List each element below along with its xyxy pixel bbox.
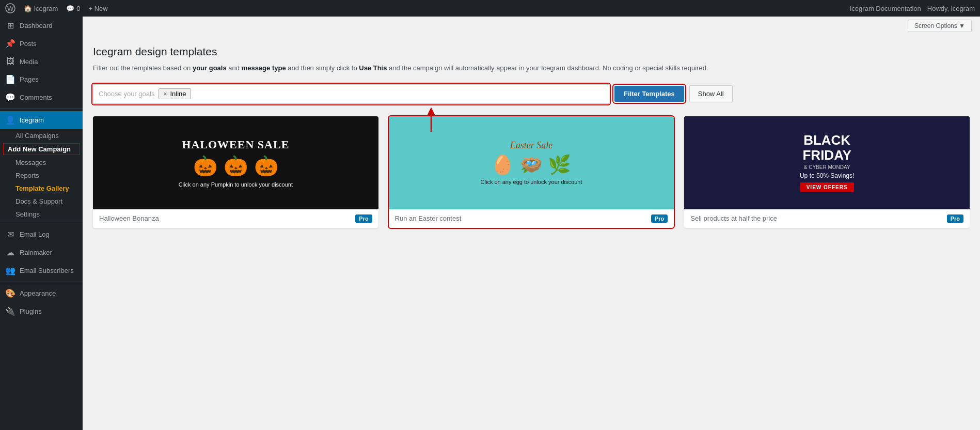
template-footer-halloween: Halloween Bonanza Pro	[93, 209, 378, 228]
topbar-left: W 🏠 icegram 💬 0 + New	[5, 3, 108, 13]
sidebar-item-dashboard[interactable]: ⊞ Dashboard	[0, 17, 83, 35]
wp-logo[interactable]: W	[5, 3, 15, 13]
screen-options-button[interactable]: Screen Options ▼	[908, 20, 972, 32]
template-footer-easter: Run an Easter contest Pro	[389, 209, 674, 228]
sidebar-item-posts[interactable]: 📌 Posts	[0, 35, 83, 53]
template-image-easter: Easter Sale 🥚 🪺 🌿 Click on any egg to un…	[389, 116, 674, 209]
egg-3: 🌿	[548, 154, 571, 176]
template-grid: HALOWEEN SALE 🎃 🎃 🎃 Click on any Pumpkin…	[93, 116, 970, 228]
sidebar-item-icegram[interactable]: 👤 Icegram	[0, 111, 83, 129]
pumpkin-1: 🎃	[193, 155, 217, 177]
dashboard-icon: ⊞	[5, 21, 15, 30]
pages-icon: 📄	[5, 74, 15, 84]
page-title: Icegram design templates	[93, 45, 970, 58]
main-content: Screen Options ▼ Icegram design template…	[83, 17, 980, 430]
sidebar-item-reports[interactable]: Reports	[0, 169, 83, 182]
comments-nav-icon: 💬	[5, 93, 15, 102]
posts-icon: 📌	[5, 39, 15, 49]
template-card-easter[interactable]: Easter Sale 🥚 🪺 🌿 Click on any egg to un…	[389, 116, 674, 228]
filter-bar: Choose your goals × Inline Filter Templa…	[93, 84, 970, 104]
pumpkin-3: 🎃	[254, 155, 278, 177]
template-image-blackfriday: BLACKFRIDAY & CYBER MONDAY Up to 50% Sav…	[684, 116, 970, 209]
doc-link[interactable]: Icegram Documentation	[850, 5, 921, 12]
filter-templates-button[interactable]: Filter Templates	[614, 86, 684, 102]
sidebar-item-all-campaigns[interactable]: All Campaigns	[0, 129, 83, 142]
plugins-icon: 🔌	[5, 306, 15, 316]
sidebar-item-email-log[interactable]: ✉ Email Log	[0, 225, 83, 243]
content-area: Icegram design templates Filter out the …	[83, 35, 980, 238]
sidebar-item-messages[interactable]: Messages	[0, 156, 83, 169]
site-home-link[interactable]: 🏠 icegram	[24, 5, 58, 12]
topbar: W 🏠 icegram 💬 0 + New Icegram Documentat…	[0, 0, 980, 17]
sidebar-item-settings[interactable]: Settings	[0, 208, 83, 221]
sidebar: ⊞ Dashboard 📌 Posts 🖼 Media 📄 Pages 💬 Co…	[0, 17, 83, 430]
new-link[interactable]: + New	[88, 5, 107, 12]
add-new-campaign-wrap: Add New Campaign	[0, 143, 83, 155]
screen-options-bar: Screen Options ▼	[83, 17, 980, 35]
sidebar-item-media[interactable]: 🖼 Media	[0, 53, 83, 70]
template-card-halloween[interactable]: HALOWEEN SALE 🎃 🎃 🎃 Click on any Pumpkin…	[93, 116, 378, 228]
show-all-button[interactable]: Show All	[689, 85, 733, 102]
template-name-halloween: Halloween Bonanza	[99, 214, 159, 222]
egg-1: 🥚	[491, 154, 514, 176]
svg-text:W: W	[7, 5, 14, 12]
sidebar-item-docs-support[interactable]: Docs & Support	[0, 195, 83, 208]
template-name-blackfriday: Sell products at half the price	[690, 214, 777, 222]
sidebar-item-rainmaker[interactable]: ☁ Rainmaker	[0, 243, 83, 262]
comments-icon: 💬	[66, 5, 74, 12]
howdy-user[interactable]: Howdy, icegram	[927, 5, 975, 12]
sidebar-divider-2	[0, 223, 83, 223]
template-name-easter: Run an Easter contest	[395, 214, 462, 222]
icegram-icon: 👤	[5, 115, 15, 125]
sidebar-item-template-gallery[interactable]: Template Gallery	[0, 182, 83, 195]
sidebar-divider-1	[0, 109, 83, 109]
pro-badge-blackfriday: Pro	[947, 214, 963, 223]
rainmaker-icon: ☁	[5, 248, 15, 257]
sidebar-item-pages[interactable]: 📄 Pages	[0, 70, 83, 88]
sidebar-item-appearance[interactable]: 🎨 Appearance	[0, 284, 83, 302]
sidebar-item-add-new-campaign[interactable]: Add New Campaign	[3, 143, 80, 155]
topbar-right: Icegram Documentation Howdy, icegram	[850, 5, 975, 12]
email-log-icon: ✉	[5, 229, 15, 239]
sidebar-item-email-subscribers[interactable]: 👥 Email Subscribers	[0, 262, 83, 280]
email-subscribers-icon: 👥	[5, 266, 15, 275]
filter-tag-remove[interactable]: ×	[163, 90, 167, 98]
page-description: Filter out the templates based on your g…	[93, 63, 713, 74]
template-footer-blackfriday: Sell products at half the price Pro	[684, 209, 970, 228]
sidebar-item-comments[interactable]: 💬 Comments	[0, 88, 83, 106]
pro-badge-halloween: Pro	[355, 214, 372, 223]
sidebar-item-plugins[interactable]: 🔌 Plugins	[0, 302, 83, 320]
egg-2: 🪺	[519, 154, 543, 176]
template-card-blackfriday[interactable]: BLACKFRIDAY & CYBER MONDAY Up to 50% Sav…	[684, 116, 970, 228]
appearance-icon: 🎨	[5, 288, 15, 298]
filter-tag-inline[interactable]: × Inline	[159, 88, 191, 99]
media-icon: 🖼	[5, 57, 15, 66]
home-icon: 🏠	[24, 5, 32, 12]
filter-placeholder: Choose your goals	[99, 90, 154, 98]
layout: ⊞ Dashboard 📌 Posts 🖼 Media 📄 Pages 💬 Co…	[0, 17, 980, 430]
comments-link[interactable]: 💬 0	[66, 5, 80, 12]
sidebar-divider-3	[0, 282, 83, 282]
pro-badge-easter: Pro	[651, 214, 668, 223]
pumpkin-2: 🎃	[224, 155, 248, 177]
template-image-halloween: HALOWEEN SALE 🎃 🎃 🎃 Click on any Pumpkin…	[93, 116, 378, 209]
filter-section: Choose your goals × Inline Filter Templa…	[93, 84, 970, 104]
filter-input-wrap[interactable]: Choose your goals × Inline	[93, 84, 609, 104]
